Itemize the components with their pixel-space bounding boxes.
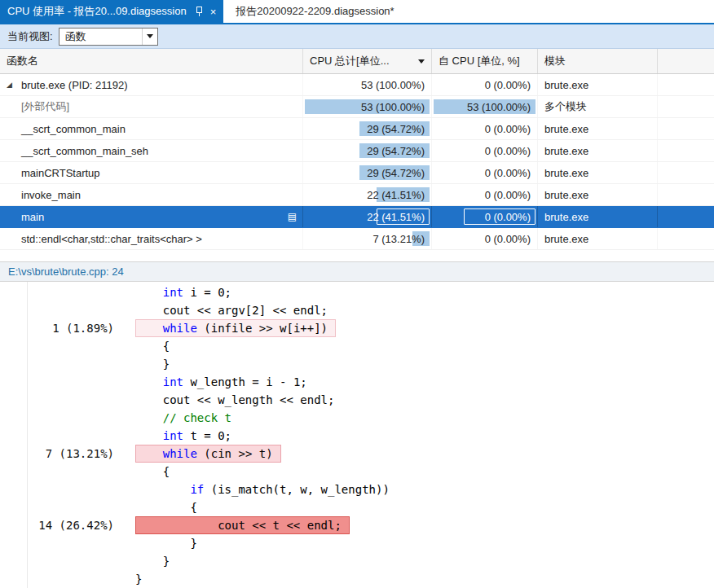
header-label: 自 CPU [单位, %] [439,54,520,68]
source-code-view: int i = 0; cout << argv[2] << endl; 1 (1… [0,282,714,588]
code-line: } [0,570,714,588]
module-name: brute.exe [544,145,588,157]
vs-profiler-window: CPU 使用率 - 报告20...09.diagsession × 报告2020… [0,0,714,588]
cell-self-cpu: 0 (0.00%) [432,118,538,139]
module-name: brute.exe [544,123,588,135]
cell-function-name: mainCRTStartup ▤ [0,162,303,183]
module-name: brute.exe [544,79,588,91]
tab-cpu-usage-report[interactable]: CPU 使用率 - 报告20...09.diagsession × [0,0,223,23]
line-cpu-annotation: 7 (13.21%) [0,445,135,463]
header-label: 函数名 [7,54,38,68]
code-text: } [135,355,178,373]
line-cpu-annotation [0,498,135,516]
function-table: 函数名 CPU 总计[单位... 自 CPU [单位, %] 模块 ◢ brut… [0,49,714,261]
cell-filler [658,184,714,205]
cell-cpu-total: 22 (41.51%) [303,184,432,205]
expander-icon[interactable]: ◢ [7,81,21,89]
function-name: invoke_main [21,189,81,201]
cell-self-cpu: 0 (0.00%) [432,74,538,95]
cell-self-cpu: 0 (0.00%) [432,162,538,183]
cell-self-cpu: 0 (0.00%) [432,184,538,205]
code-line: cout << w_length << endl; [0,391,714,409]
code-line: int t = 0; [0,427,714,445]
cell-module: brute.exe [538,228,658,249]
cell-filler [658,162,714,183]
code-line: // check t [0,409,714,427]
code-text: int t = 0; [135,427,240,445]
pin-needle [199,13,200,16]
source-path-bar: E:\vs\brute\brute.cpp: 24 [0,261,714,282]
code-line: { [0,337,714,355]
source-file-link[interactable]: E:\vs\brute\brute.cpp: 24 [8,265,124,278]
code-line: 14 (26.42%) cout << t << endl; [0,516,714,534]
code-line: } [0,534,714,552]
header-cpu-total[interactable]: CPU 总计[单位... [303,49,432,73]
cpu-total-value: 22 (41.51%) [367,211,431,223]
table-row[interactable]: invoke_main ▤ 22 (41.51%) 0 (0.00%) brut… [0,184,714,206]
cpu-total-value: 53 (100.00%) [361,101,431,113]
cell-function-name: main ▤ [0,206,303,227]
function-name: __scrt_common_main_seh [21,145,148,157]
line-cpu-annotation [0,427,135,445]
line-cpu-annotation [0,373,135,391]
module-name: brute.exe [544,167,588,179]
current-view-label: 当前视图: [7,29,53,44]
header-filler [658,49,714,73]
self-cpu-value: 0 (0.00%) [485,123,537,135]
table-row[interactable]: ◢ brute.exe (PID: 21192) ▤ 53 (100.00%) … [0,74,714,96]
tab-report-diagsession[interactable]: 报告20200922-2209.diagsession* [228,0,401,23]
line-cpu-annotation [0,301,135,319]
code-text: cout << w_length << endl; [135,391,342,409]
column-menu-icon[interactable] [418,59,425,64]
function-name: __scrt_common_main [21,123,126,135]
cpu-total-value: 22 (41.51%) [367,189,431,201]
cell-module: brute.exe [538,118,658,139]
table-row[interactable]: [外部代码] ▤ 53 (100.00%) 53 (100.00%) 多个模块 [0,96,714,118]
hot-path-icon: ▤ [288,211,297,222]
table-row[interactable]: main ▤ 22 (41.51%) 0 (0.00%) brute.exe [0,206,714,228]
cell-module: brute.exe [538,140,658,161]
table-row[interactable]: __scrt_common_main_seh ▤ 29 (54.72%) 0 (… [0,140,714,162]
cell-module: brute.exe [538,162,658,183]
code-line: 7 (13.21%) while (cin >> t) [0,445,714,463]
code-line: 1 (1.89%) while (infile >> w[i++]) [0,319,714,337]
table-row[interactable]: std::endl<char,std::char_traits<char> > … [0,228,714,250]
header-function-name[interactable]: 函数名 [0,49,303,73]
header-self-cpu[interactable]: 自 CPU [单位, %] [432,49,538,73]
tab-title: CPU 使用率 - 报告20...09.diagsession [7,4,187,19]
function-name: std::endl<char,std::char_traits<char> > [21,233,202,245]
self-cpu-value: 0 (0.00%) [485,233,537,245]
pin-head [196,7,202,13]
code-lines-container: int i = 0; cout << argv[2] << endl; 1 (1… [0,283,714,588]
cpu-total-value: 29 (54.72%) [367,145,431,157]
cpu-total-value: 53 (100.00%) [361,79,431,91]
cell-cpu-total: 53 (100.00%) [303,96,432,117]
cell-self-cpu: 53 (100.00%) [432,96,538,117]
table-bottom-spacer [0,250,714,261]
cell-self-cpu: 0 (0.00%) [432,206,538,227]
table-row[interactable]: __scrt_common_main ▤ 29 (54.72%) 0 (0.00… [0,118,714,140]
self-cpu-value: 53 (100.00%) [467,101,537,113]
header-module[interactable]: 模块 [538,49,658,73]
combobox-dropdown-button[interactable] [142,29,157,45]
document-tab-bar: CPU 使用率 - 报告20...09.diagsession × 报告2020… [0,0,714,23]
line-cpu-annotation [0,570,135,588]
code-text: { [135,337,178,355]
view-combobox[interactable]: 函数 [59,28,158,46]
cell-cpu-total: 7 (13.21%) [303,228,432,249]
close-icon[interactable]: × [210,7,217,17]
code-text: { [135,463,178,480]
code-text: while (cin >> t) [135,445,281,463]
cell-filler [658,96,714,117]
code-line: cout << argv[2] << endl; [0,301,714,319]
tab-title: 报告20200922-2209.diagsession* [236,4,394,19]
table-row[interactable]: mainCRTStartup ▤ 29 (54.72%) 0 (0.00%) b… [0,162,714,184]
code-line: { [0,463,714,480]
cell-filler [658,74,714,95]
cell-function-name: [外部代码] ▤ [0,96,303,117]
pin-icon[interactable] [196,7,202,16]
function-name: main [21,211,44,223]
function-name: brute.exe (PID: 21192) [21,79,128,91]
function-name: mainCRTStartup [21,167,100,179]
cell-cpu-total: 22 (41.51%) [303,206,432,227]
